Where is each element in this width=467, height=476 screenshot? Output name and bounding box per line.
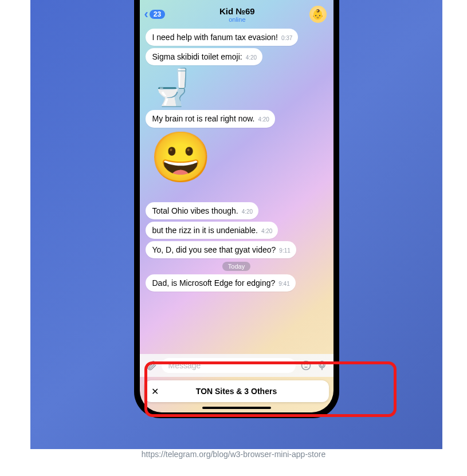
chat-header: ‹ 23 Kid №69 online 👶 <box>140 1 333 27</box>
message-time: 0:37 <box>281 35 292 41</box>
home-indicator[interactable] <box>202 407 271 409</box>
miniapp-label: TON Sites & 3 Others <box>162 387 322 396</box>
avatar[interactable]: 👶 <box>309 6 327 23</box>
message-bubble[interactable]: I need help with fanum tax evasion!0:37 <box>146 29 299 46</box>
mic-icon[interactable] <box>316 360 328 371</box>
close-icon[interactable]: ✕ <box>151 386 162 397</box>
svg-point-9 <box>307 364 308 365</box>
chat-title-block[interactable]: Kid №69 online <box>165 6 309 23</box>
message-text: Total Ohio vibes though. <box>152 206 238 216</box>
message-bubble[interactable]: but the rizz in it is undeniable.4:20 <box>146 222 278 239</box>
miniapp-bar[interactable]: ✕ TON Sites & 3 Others <box>144 380 329 402</box>
message-time: 4:20 <box>261 228 272 234</box>
svg-point-8 <box>304 364 305 365</box>
message-bubble[interactable]: Dad, is Microsoft Edge for edging?9:41 <box>146 274 296 292</box>
unread-badge: 23 <box>150 10 165 19</box>
sticker[interactable]: 🚽 <box>146 68 194 108</box>
message-bubble[interactable]: Yo, D, did you see that gyat video?9:11 <box>146 241 296 258</box>
message-time: 4:20 <box>258 116 269 123</box>
message-time: 9:41 <box>278 281 289 287</box>
message-time: 4:20 <box>242 209 253 215</box>
sticker-icon[interactable] <box>300 360 312 371</box>
message-bubble[interactable]: Total Ohio vibes though.4:20 <box>146 202 259 219</box>
message-bubble[interactable]: My brain rot is real right now.4:20 <box>146 110 275 127</box>
phone-frame: 9:41 <box>134 0 339 418</box>
message-text: Sigma skibidi toilet emoji: <box>152 52 242 62</box>
message-text: I need help with fanum tax evasion! <box>152 32 278 42</box>
sticker[interactable]: 😀 <box>146 130 211 184</box>
background-panel: 9:41 <box>30 0 442 449</box>
svg-rect-10 <box>320 361 323 367</box>
message-text: but the rizz in it is undeniable. <box>152 225 258 235</box>
message-text: My brain rot is real right now. <box>152 113 255 124</box>
chat-title: Kid №69 <box>165 6 309 16</box>
chevron-left-icon: ‹ <box>144 7 148 22</box>
spacer <box>146 186 328 200</box>
message-time: 9:11 <box>279 247 290 254</box>
phone-screen: 9:41 <box>140 0 333 412</box>
message-input[interactable]: Message <box>162 358 296 373</box>
back-button[interactable]: ‹ 23 <box>144 7 166 22</box>
date-separator: Today <box>222 262 250 271</box>
message-text: Dad, is Microsoft Edge for edging? <box>152 278 276 288</box>
message-list[interactable]: I need help with fanum tax evasion!0:37S… <box>140 27 333 354</box>
attach-icon[interactable] <box>146 360 157 371</box>
message-text: Yo, D, did you see that gyat video? <box>152 245 276 255</box>
message-input-bar: Message <box>140 354 333 377</box>
svg-point-7 <box>301 361 310 370</box>
message-bubble[interactable]: Sigma skibidi toilet emoji:4:20 <box>146 48 263 65</box>
message-time: 4:20 <box>246 54 257 61</box>
chat-status: online <box>165 16 309 23</box>
